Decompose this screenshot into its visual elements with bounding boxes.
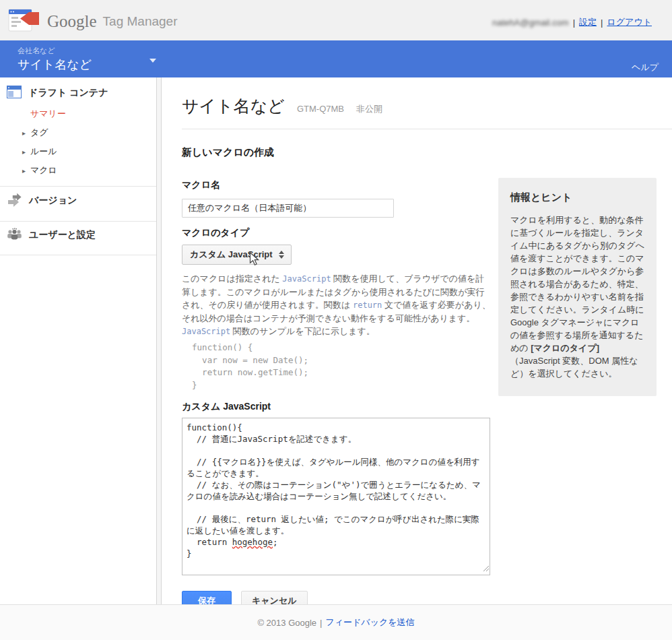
sidebar-item-label: ドラフト コンテナ	[28, 87, 108, 99]
versions-icon	[7, 193, 22, 209]
section-heading: 新しいマクロの作成	[182, 146, 672, 159]
container-title-row: サイト名など GTM-Q7MB 非公開	[182, 95, 672, 117]
sidebar-item-label: サマリー	[30, 108, 66, 120]
footer: © 2013 Google | フィードバックを送信	[0, 604, 672, 640]
container-dropdown-caret-icon[interactable]	[149, 59, 156, 63]
settings-link[interactable]: 設定	[579, 16, 597, 28]
user-email: natehA@gmail.com	[492, 18, 569, 28]
inline-code: JavaScript	[182, 327, 230, 336]
expander-icon[interactable]: ▸	[22, 148, 28, 156]
custom-js-label: カスタム JavaScript	[182, 401, 672, 413]
container-id: GTM-Q7MB	[297, 104, 344, 114]
sidebar-item-summary[interactable]: サマリー	[0, 104, 156, 123]
top-header: Google Tag Manager natehA@gmail.com | 設定…	[0, 0, 672, 40]
gtm-logo[interactable]: Google Tag Manager	[8, 7, 178, 36]
draft-container-icon	[7, 86, 22, 100]
separator: |	[601, 18, 603, 28]
gtm-logo-icon	[8, 7, 40, 36]
users-icon	[7, 228, 22, 243]
macro-type-description: このマクロは指定された JavaScript 関数を使用して、ブラウザでの値を計…	[182, 272, 493, 338]
publish-status-badge: 非公開	[356, 103, 382, 115]
sidebar-item-label: マクロ	[30, 164, 57, 177]
app: Google Tag Manager natehA@gmail.com | 設定…	[0, 0, 672, 640]
sidebar-item-label: ユーザーと設定	[29, 229, 96, 241]
sidebar-item-draft-container[interactable]: ドラフト コンテナ	[0, 77, 156, 104]
cancel-button[interactable]: キャンセル	[241, 591, 308, 604]
container-name[interactable]: サイト名など	[18, 57, 92, 73]
feedback-link[interactable]: フィードバックを送信	[325, 616, 414, 629]
info-box: 情報とヒント マクロを利用すると、動的な条件に基づくルールを指定し、ランタイム中…	[498, 178, 657, 396]
product-name: Tag Manager	[103, 14, 178, 29]
info-bold-text: [マクロのタイプ]	[531, 343, 599, 353]
sidebar-item-users-settings[interactable]: ユーザーと設定	[0, 222, 156, 249]
sidebar: ドラフト コンテナ サマリー ▸ タグ ▸ ルール ▸ マクロ バージョン	[0, 77, 156, 604]
sidebar-item-label: ルール	[30, 146, 57, 158]
sidebar-item-rules[interactable]: ▸ ルール	[0, 142, 156, 161]
expander-icon[interactable]: ▸	[22, 167, 28, 174]
save-button[interactable]: 保存	[182, 591, 232, 604]
macro-name-input[interactable]	[182, 199, 394, 218]
container-navbar: 会社名など サイト名など ヘルプ	[0, 40, 672, 77]
sidebar-item-versions[interactable]: バージョン	[0, 187, 156, 215]
info-box-text: マクロを利用すると、動的な条件に基づくルールを指定し、ランタイム中にあるタグから…	[510, 214, 644, 380]
inline-code: return	[353, 300, 382, 310]
sidebar-item-macros[interactable]: ▸ マクロ	[0, 161, 156, 180]
logout-link[interactable]: ログアウト	[607, 16, 652, 28]
info-box-heading: 情報とヒント	[510, 191, 644, 204]
sidebar-divider	[0, 255, 156, 255]
form-buttons: 保存 キャンセル	[182, 591, 672, 604]
resize-handle-icon[interactable]	[482, 563, 489, 574]
main-content: サイト名など GTM-Q7MB 非公開 新しいマクロの作成 マクロ名 マクロのタ…	[162, 77, 672, 604]
separator: |	[573, 18, 575, 28]
sidebar-item-label: バージョン	[29, 195, 77, 207]
expander-icon[interactable]: ▸	[22, 129, 28, 137]
custom-js-editor[interactable]: function(){ // 普通にJavaScriptを記述できます。 // …	[182, 418, 490, 575]
sidebar-content-divider	[156, 77, 162, 604]
sidebar-item-tags[interactable]: ▸ タグ	[0, 123, 156, 142]
account-name-label: 会社名など	[18, 46, 55, 56]
page-title: サイト名など	[182, 95, 285, 117]
header-account-links: natehA@gmail.com | 設定 | ログアウト	[492, 16, 652, 28]
separator: |	[320, 618, 322, 628]
dropdown-spinner-icon	[279, 251, 284, 259]
help-link[interactable]: ヘルプ	[632, 61, 659, 73]
title-divider	[182, 129, 672, 129]
copyright-text: © 2013 Google	[257, 618, 316, 628]
misspelled-word: hogehoge	[232, 537, 273, 547]
google-logo-text: Google	[47, 12, 97, 31]
macro-type-dropdown[interactable]: カスタム JavaScript	[182, 245, 292, 265]
inline-code: JavaScript	[282, 274, 331, 284]
macro-type-value: カスタム JavaScript	[190, 249, 273, 261]
sidebar-item-label: タグ	[30, 127, 48, 139]
